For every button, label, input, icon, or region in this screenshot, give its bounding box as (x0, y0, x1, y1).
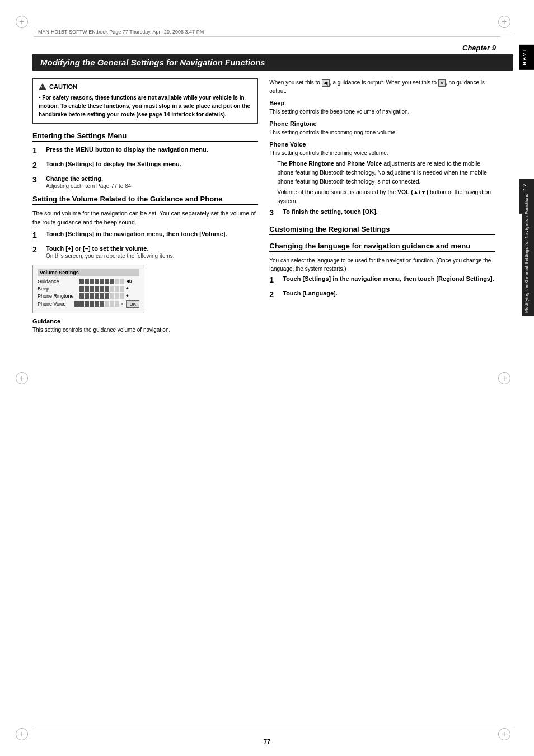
volume-step-1-num: 1 (32, 231, 41, 240)
icon-off: ✕ (438, 79, 446, 87)
volume-section-header: Setting the Volume Related to the Guidan… (32, 195, 258, 205)
volume-note: Volume of the audio source is adjusted b… (269, 188, 495, 206)
finish-step-3-text: To finish the setting, touch [OK]. (283, 208, 495, 215)
lang-step-2-num: 2 (269, 290, 278, 299)
caution-triangle-icon (39, 83, 46, 90)
phone-voice-desc: This setting controls the incoming voice… (269, 149, 495, 157)
volume-row-phone-voice: Phone Voice + OK (38, 300, 139, 308)
volume-settings-box: Volume Settings Guidance (32, 265, 144, 313)
phone-ringtone-sub-header: Phone Ringtone (269, 120, 495, 127)
finish-step-3-num: 3 (269, 208, 278, 217)
caution-header: CAUTION (39, 83, 252, 90)
step-2-content: Touch [Settings] to display the Settings… (46, 161, 258, 167)
step-3-text: Change the setting. (46, 175, 258, 182)
lang-step-1-text: Touch [Settings] in the navigation menu,… (283, 275, 495, 282)
beep-label-row: Beep (38, 286, 79, 292)
lang-step-1: 1 Touch [Settings] in the navigation men… (269, 275, 495, 284)
right-column: When you set this to ◀|, a guidance is o… (269, 78, 495, 336)
chapter-title: Modifying the General Settings for Navig… (32, 54, 513, 71)
volume-row-guidance: Guidance ◀u (38, 279, 139, 284)
step-2: 2 Touch [Settings] to display the Settin… (32, 161, 258, 170)
volume-settings-title: Volume Settings (38, 269, 139, 276)
step-2-number: 2 (32, 161, 41, 170)
ok-button[interactable]: OK (126, 300, 139, 308)
phone-voice-sub-header: Phone Voice (269, 141, 495, 148)
volume-step-2-content: Touch [+] or [–] to set their volume. On… (46, 245, 258, 259)
phone-note: The Phone Ringtone and Phone Voice adjus… (269, 159, 495, 186)
caution-title: CAUTION (49, 83, 77, 90)
lang-step-1-content: Touch [Settings] in the navigation menu,… (283, 275, 495, 282)
guidance-label: Guidance (38, 279, 79, 284)
step-1: 1 Press the MENU button to display the n… (32, 146, 258, 155)
phone-voice-bar: + OK (74, 300, 139, 308)
right-side-chapter-label: Modifying the General Settings for Navig… (522, 190, 534, 316)
step-1-number: 1 (32, 146, 41, 155)
left-column: CAUTION • For safety reasons, these func… (32, 78, 258, 336)
corner-mark-br (498, 728, 510, 740)
corner-mark-bl (16, 728, 28, 740)
volume-intro: The sound volume for the navigation can … (32, 209, 258, 227)
guidance-desc: This setting controls the guidance volum… (32, 326, 258, 334)
regional-section-header: Customising the Regional Settings (269, 225, 495, 235)
volume-step-2-text: Touch [+] or [–] to set their volume. (46, 245, 258, 252)
caution-text: • For safety reasons, these functions ar… (39, 93, 252, 119)
guidance-sub-header: Guidance (32, 318, 258, 325)
phone-ringtone-bar: + (79, 293, 129, 299)
step-3: 3 Change the setting. Adjusting each ite… (32, 175, 258, 189)
icon-on: ◀| (322, 79, 330, 87)
chapter-number: Chapter 9 (32, 38, 513, 52)
file-info-bar: MAN-HD1BT-SOFTW-EN.book Page 77 Thursday… (34, 27, 500, 37)
lang-step-2-text: Touch [Language]. (283, 290, 495, 297)
lang-step-2: 2 Touch [Language]. (269, 290, 495, 299)
beep-bar: + (79, 286, 129, 292)
entering-settings-header: Entering the Settings Menu (32, 132, 258, 142)
step-1-text: Press the MENU button to display the nav… (46, 146, 258, 153)
volume-step-2-sub: On this screen, you can operate the foll… (46, 253, 258, 259)
volume-step-1: 1 Touch [Settings] in the navigation men… (32, 231, 258, 240)
corner-mark-tr (498, 16, 510, 28)
navi-tab: NAVI (519, 45, 534, 70)
finish-step-3: 3 To finish the setting, touch [OK]. (269, 208, 495, 217)
guidance-icon-note: When you set this to ◀|, a guidance is o… (269, 78, 495, 95)
step-3-number: 3 (32, 175, 41, 184)
corner-mark-tl (16, 16, 28, 28)
step-3-content: Change the setting. Adjusting each item … (46, 175, 258, 189)
finish-step-3-content: To finish the setting, touch [OK]. (283, 208, 495, 215)
phone-voice-label-row: Phone Voice (38, 301, 74, 307)
language-section-header: Changing the language for navigation gui… (269, 242, 495, 252)
file-info-text: MAN-HD1BT-SOFTW-EN.book Page 77 Thursday… (38, 29, 204, 35)
volume-step-2: 2 Touch [+] or [–] to set their volume. … (32, 245, 258, 259)
bottom-rule (32, 729, 513, 729)
main-content: Chapter 9 Modifying the General Settings… (32, 38, 513, 728)
caution-box: CAUTION • For safety reasons, these func… (32, 78, 258, 124)
page: MAN-HD1BT-SOFTW-EN.book Page 77 Thursday… (0, 0, 534, 756)
guidance-bar: ◀u (79, 279, 132, 284)
language-intro: You can select the language to be used f… (269, 256, 495, 273)
beep-desc: This setting controls the beep tone volu… (269, 107, 495, 116)
corner-mark-ml (16, 372, 28, 384)
beep-sub-header: Beep (269, 100, 495, 106)
volume-row-phone-ringtone: Phone Ringtone + (38, 293, 139, 299)
step-1-content: Press the MENU button to display the nav… (46, 146, 258, 153)
lang-step-2-content: Touch [Language]. (283, 290, 495, 297)
step-2-text: Touch [Settings] to display the Settings… (46, 161, 258, 167)
two-column-layout: CAUTION • For safety reasons, these func… (32, 78, 513, 336)
lang-step-1-num: 1 (269, 275, 278, 284)
phone-ringtone-label-row: Phone Ringtone (38, 293, 79, 299)
volume-row-beep: Beep + (38, 286, 139, 292)
volume-step-1-content: Touch [Settings] in the navigation menu,… (46, 231, 258, 237)
page-number: 77 (264, 738, 270, 745)
phone-ringtone-desc: This setting controls the incoming ring … (269, 128, 495, 137)
volume-step-2-num: 2 (32, 245, 41, 254)
step-3-sub: Adjusting each item Page 77 to 84 (46, 183, 258, 189)
volume-step-1-text: Touch [Settings] in the navigation menu,… (46, 231, 258, 237)
